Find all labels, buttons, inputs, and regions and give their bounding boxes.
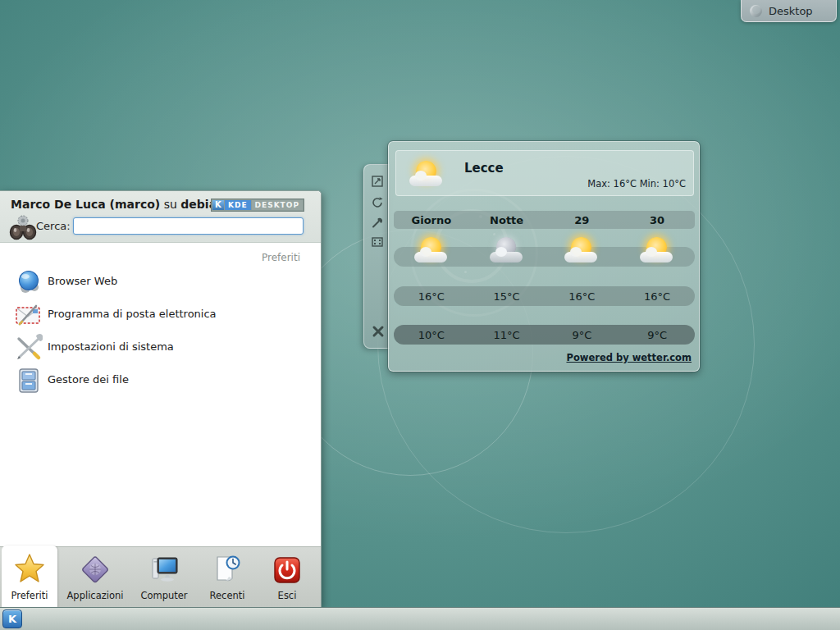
weather-city: Lecce	[464, 161, 504, 176]
menu-item-email[interactable]: Programma di posta elettronica	[0, 299, 321, 332]
tab-label: Esci	[259, 590, 315, 601]
forecast-col-label: 29	[545, 214, 620, 226]
favorites-section-header: Preferiti	[262, 252, 300, 263]
forecast-col-label: 30	[619, 214, 695, 226]
search-row: Cerca:	[0, 212, 321, 243]
kickoff-launcher: Marco De Luca (marco) su debian K KDE DE…	[0, 190, 322, 607]
tab-label: Recenti	[200, 590, 254, 601]
menu-item-file-manager[interactable]: Gestore dei file	[0, 365, 321, 398]
forecast-day-temps-row: 16°C 15°C 16°C 16°C	[394, 286, 695, 306]
mail-envelope-pen-icon	[15, 301, 43, 329]
tab-label: Computer	[131, 590, 197, 601]
tab-label: Preferiti	[2, 590, 57, 601]
night-temp: 9°C	[545, 329, 620, 341]
applications-diamond-icon	[79, 554, 112, 587]
toolbox-label: Desktop	[769, 5, 813, 17]
forecast-night-temps-row: 10°C 11°C 9°C 9°C	[394, 325, 695, 345]
forecast-icon-moon-cloud	[488, 235, 526, 268]
widget-resize-button[interactable]	[371, 175, 384, 188]
kde-logo-icon: K	[212, 200, 224, 210]
weather-widget[interactable]: Lecce Max: 16°C Min: 10°C Giorno Notte 2…	[388, 141, 700, 372]
tab-label: Applicazioni	[62, 590, 128, 601]
tab-applicazioni[interactable]: Applicazioni	[62, 547, 128, 608]
forecast-icon-sun-cloud	[638, 235, 676, 268]
bottom-panel: K ✂ it ▲ 21:16 ›_ °C	[0, 607, 840, 630]
tab-computer[interactable]: Computer	[131, 547, 197, 608]
forecast-col-label: Notte	[469, 214, 545, 226]
kde-desktop-badge: K KDE DESKTOP	[211, 199, 304, 212]
search-label: Cerca:	[36, 220, 71, 232]
menu-item-label: Impostazioni di sistema	[48, 340, 174, 353]
widget-settings-wrench-button[interactable]	[371, 216, 384, 229]
kde-menu-button[interactable]: K	[2, 609, 22, 628]
kickoff-header: Marco De Luca (marco) su debian K KDE DE…	[0, 191, 321, 243]
forecast-column-headers: Giorno Notte 29 30	[394, 211, 695, 229]
user-name: Marco De Luca (marco)	[11, 198, 160, 211]
day-temp: 16°C	[545, 290, 620, 303]
widget-close-button[interactable]	[371, 324, 384, 337]
kickoff-tabstrip: Preferiti Applicazioni	[0, 546, 321, 607]
user-title-connector: su	[160, 198, 180, 211]
search-input[interactable]	[73, 217, 304, 235]
widget-rotate-button[interactable]	[371, 196, 384, 209]
weather-minmax: Max: 16°C Min: 10°C	[587, 178, 686, 189]
tab-esci[interactable]: Esci	[259, 547, 315, 608]
menu-item-browser-web[interactable]: Browser Web	[0, 267, 321, 299]
power-button-icon	[271, 554, 304, 587]
night-temp: 9°C	[619, 329, 695, 341]
star-icon	[13, 552, 46, 585]
menu-item-label: Browser Web	[48, 275, 117, 287]
file-cabinet-icon	[15, 367, 43, 395]
forecast-icon-sun-cloud	[413, 235, 450, 268]
forecast-icons-row	[394, 247, 695, 267]
crossed-tools-icon	[15, 334, 43, 362]
desktop-background: Desktop Lecce Max: 16°C Min: 10°C Gior	[0, 0, 840, 630]
night-temp: 10°C	[394, 329, 469, 341]
night-temp: 11°C	[469, 329, 545, 341]
computer-monitor-icon	[148, 554, 180, 587]
day-temp: 16°C	[394, 290, 469, 303]
badge-desktop-label: DESKTOP	[252, 200, 303, 210]
forecast-col-label: Giorno	[394, 214, 469, 226]
menu-item-system-settings[interactable]: Impostazioni di sistema	[0, 332, 321, 365]
menu-item-label: Programma di posta elettronica	[48, 308, 217, 320]
weather-header-panel: Lecce Max: 16°C Min: 10°C	[395, 150, 694, 196]
tab-preferiti[interactable]: Preferiti	[2, 546, 57, 608]
day-temp: 15°C	[469, 290, 545, 303]
plasma-cashew-icon	[750, 5, 762, 17]
weather-widget-handle[interactable]	[363, 164, 390, 349]
widget-maximize-button[interactable]	[371, 235, 384, 249]
desktop-toolbox[interactable]: Desktop	[741, 0, 837, 22]
badge-kde-label: KDE	[225, 200, 251, 210]
day-temp: 16°C	[619, 290, 695, 303]
user-title: Marco De Luca (marco) su debian	[11, 198, 225, 211]
current-weather-sun-cloud-icon	[408, 159, 445, 192]
binoculars-search-icon	[8, 212, 38, 245]
weather-credit-link[interactable]: Powered by wetter.com	[566, 352, 692, 363]
menu-item-label: Gestore dei file	[48, 373, 129, 386]
tab-recenti[interactable]: Recenti	[200, 547, 254, 608]
web-browser-globe-icon	[15, 268, 43, 296]
document-clock-icon	[211, 554, 244, 587]
forecast-icon-sun-cloud	[563, 235, 600, 268]
